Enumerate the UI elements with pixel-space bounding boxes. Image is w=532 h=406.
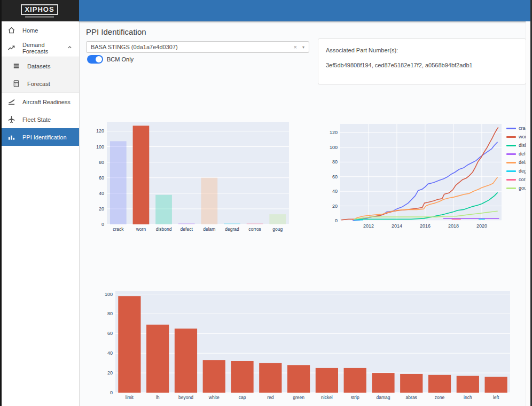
bcm-only-toggle[interactable] <box>87 55 103 64</box>
page-title: PPI Identification <box>86 27 146 36</box>
associated-parts-card: Associated Part Number(s): 3ef5db49808f1… <box>318 38 526 84</box>
toggle-knob <box>96 56 102 63</box>
svg-text:40: 40 <box>99 191 104 196</box>
cumulative-line-chart[interactable]: 02040608010012020122014201620182020 <box>326 122 503 233</box>
svg-text:inch: inch <box>464 395 472 400</box>
svg-text:goug: goug <box>272 227 283 232</box>
dataset-select[interactable]: BASA STINGS (0da1a7e4d0307) × ▾ <box>86 41 309 53</box>
sidebar-item-demand-forecasts[interactable]: Demand Forecasts <box>2 39 79 57</box>
sidebar-item-forecast[interactable]: Forecast <box>2 75 79 92</box>
svg-text:2016: 2016 <box>420 223 431 229</box>
svg-text:80: 80 <box>99 160 104 165</box>
svg-text:white: white <box>208 395 220 400</box>
svg-text:limit: limit <box>126 395 134 400</box>
sidebar-item-ppi-identification[interactable]: PPI Identification <box>2 128 79 146</box>
window-left-border <box>0 0 2 406</box>
svg-text:40: 40 <box>107 350 113 356</box>
demand-forecasts-submenu: Datasets Forecast <box>2 57 79 93</box>
legend-swatch <box>506 153 516 155</box>
svg-text:abras: abras <box>406 395 417 400</box>
sidebar-item-datasets[interactable]: Datasets <box>2 57 79 75</box>
svg-text:red: red <box>267 395 274 400</box>
legend-swatch <box>506 128 516 129</box>
svg-text:100: 100 <box>105 292 113 297</box>
svg-text:60: 60 <box>99 175 104 181</box>
sidebar-item-label: Demand Forecasts <box>22 42 60 54</box>
svg-text:120: 120 <box>96 128 104 134</box>
defect-type-bar-chart[interactable]: 020406080100120crackworndisbonddefectdel… <box>96 120 291 237</box>
svg-text:2018: 2018 <box>448 223 459 229</box>
svg-text:60: 60 <box>332 174 338 179</box>
svg-text:worn: worn <box>136 227 146 232</box>
legend-swatch <box>506 145 516 146</box>
svg-text:zone: zone <box>435 395 445 400</box>
svg-text:damag: damag <box>376 395 390 400</box>
associated-parts-numbers: 3ef5db49808f194, ced87e5182e17f2, a0568b… <box>326 62 518 68</box>
sidebar-item-label: Home <box>22 27 38 34</box>
svg-text:nickel: nickel <box>321 395 333 400</box>
sidebar-item-label: PPI Identification <box>22 134 67 140</box>
clear-icon[interactable]: × <box>294 44 297 50</box>
svg-text:strip: strip <box>351 395 359 400</box>
dataset-select-value: BASA STINGS (0da1a7e4d0307) <box>91 44 294 50</box>
svg-text:2012: 2012 <box>363 223 374 229</box>
svg-text:40: 40 <box>332 189 338 194</box>
svg-text:green: green <box>293 395 304 400</box>
svg-text:20: 20 <box>99 206 104 212</box>
svg-text:defect: defect <box>181 227 193 232</box>
app-window: XIPHOS Home Demand Forecasts Dataset <box>0 0 532 406</box>
sidebar-item-aircraft-readiness[interactable]: Aircraft Readiness <box>2 93 79 111</box>
legend-swatch <box>506 170 516 172</box>
svg-text:80: 80 <box>107 311 113 316</box>
plane-icon <box>7 115 15 123</box>
sidebar-item-label: Aircraft Readiness <box>22 99 71 105</box>
sidebar-item-label: Datasets <box>27 63 50 69</box>
bcm-only-toggle-row: BCM Only <box>87 55 134 64</box>
top-bar <box>79 0 530 21</box>
legend-swatch <box>506 162 516 163</box>
legend-swatch <box>506 136 516 138</box>
svg-text:100: 100 <box>330 145 338 150</box>
calculator-icon <box>12 80 20 88</box>
word-frequency-bar-chart[interactable]: 020406080100limitlhbeyondwhitecapredgree… <box>104 289 512 405</box>
svg-text:20: 20 <box>332 204 338 209</box>
legend-swatch <box>506 179 516 181</box>
svg-text:0: 0 <box>335 218 338 223</box>
svg-text:60: 60 <box>107 331 113 336</box>
svg-text:degrad: degrad <box>225 227 239 232</box>
svg-text:delam: delam <box>203 227 215 232</box>
svg-text:2020: 2020 <box>476 223 487 229</box>
logo-area: XIPHOS <box>0 0 79 21</box>
svg-text:0: 0 <box>101 222 104 227</box>
svg-text:beyond: beyond <box>178 395 193 400</box>
svg-text:disbond: disbond <box>156 227 172 232</box>
sidebar-item-label: Fleet State <box>22 116 51 123</box>
legend-swatch <box>506 188 516 189</box>
plane-takeoff-icon <box>7 98 15 106</box>
app-logo: XIPHOS <box>21 4 58 15</box>
svg-text:80: 80 <box>332 159 338 165</box>
svg-text:corros: corros <box>248 227 261 232</box>
vertical-scrollbar[interactable] <box>526 21 530 406</box>
svg-text:crack: crack <box>113 227 124 232</box>
sidebar-item-home[interactable]: Home <box>2 21 79 39</box>
sidebar: Home Demand Forecasts Datasets <box>2 21 80 406</box>
svg-text:left: left <box>493 395 499 400</box>
svg-text:lh: lh <box>156 395 160 400</box>
svg-text:20: 20 <box>107 370 113 376</box>
svg-text:cap: cap <box>239 395 246 400</box>
bar-chart-icon <box>7 133 15 141</box>
associated-parts-heading: Associated Part Number(s): <box>326 47 518 53</box>
logo-tagline <box>25 16 54 18</box>
svg-text:100: 100 <box>96 144 104 150</box>
chevron-down-icon[interactable]: ▾ <box>302 45 304 50</box>
svg-text:0: 0 <box>110 390 113 395</box>
trend-icon <box>7 44 15 52</box>
bcm-only-label: BCM Only <box>107 56 134 63</box>
svg-text:120: 120 <box>330 130 338 135</box>
main-content: PPI Identification BASA STINGS (0da1a7e4… <box>79 21 526 406</box>
home-icon <box>7 26 15 34</box>
chevron-up-icon <box>67 44 73 51</box>
sidebar-item-fleet-state[interactable]: Fleet State <box>2 111 79 128</box>
svg-text:2014: 2014 <box>392 223 402 229</box>
